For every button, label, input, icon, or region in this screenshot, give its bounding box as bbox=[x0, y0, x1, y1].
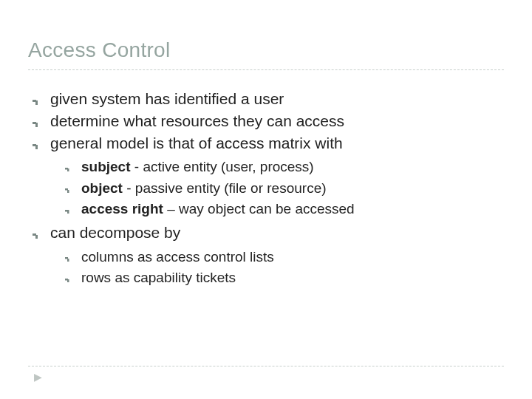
divider-bottom bbox=[28, 366, 504, 366]
bold-term: access right bbox=[81, 201, 163, 216]
list-item: given system has identified a user bbox=[33, 88, 504, 110]
item-text: given system has identified a user bbox=[50, 90, 284, 107]
sub-text: - passive entity (file or resource) bbox=[123, 180, 327, 196]
bold-term: subject bbox=[81, 159, 131, 174]
sub-list-item: subject - active entity (user, process) bbox=[65, 157, 504, 178]
list-item: determine what resources they can access bbox=[33, 110, 504, 132]
item-text: determine what resources they can access bbox=[50, 112, 344, 129]
list-item: general model is that of access matrix w… bbox=[33, 132, 504, 220]
sub-text: – way object can be accessed bbox=[163, 201, 355, 216]
page-title: Access Control bbox=[28, 38, 504, 62]
footer-arrow-icon: ▶ bbox=[34, 371, 42, 383]
sub-list-item: columns as access control lists bbox=[65, 247, 504, 268]
sub-text: rows as capability tickets bbox=[81, 270, 236, 285]
divider-top bbox=[28, 69, 504, 70]
bold-term: object bbox=[81, 180, 123, 196]
item-text: general model is that of access matrix w… bbox=[50, 134, 343, 151]
sub-list-item: rows as capability tickets bbox=[65, 267, 504, 289]
sub-list: columns as access control lists rows as … bbox=[50, 247, 504, 289]
sub-list: subject - active entity (user, process) … bbox=[50, 157, 504, 220]
sub-list-item: object - passive entity (file or resourc… bbox=[65, 178, 504, 200]
main-list: given system has identified a user deter… bbox=[28, 88, 504, 289]
sub-text: columns as access control lists bbox=[81, 249, 274, 265]
sub-list-item: access right – way object can be accesse… bbox=[65, 199, 504, 220]
list-item: can decompose by columns as access contr… bbox=[33, 222, 504, 289]
item-text: can decompose by bbox=[50, 224, 180, 241]
sub-text: - active entity (user, process) bbox=[131, 159, 314, 174]
